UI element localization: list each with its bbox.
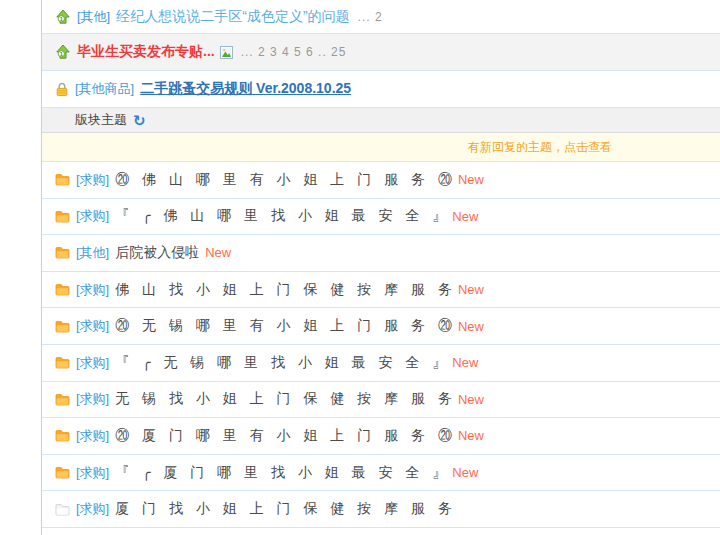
thread-row: [求购] 『 ╭ 佛 山 哪 里 找 小 姐 最 安 全 』 New <box>42 199 720 236</box>
refresh-icon[interactable]: ↻ <box>133 113 146 128</box>
thread-row: [求购] 无 锡 找 小 姐 上 门 保 健 按 摩 服 务 New <box>42 382 720 419</box>
new-badge[interactable]: New <box>458 392 484 407</box>
thread-tag-link[interactable]: [求购] <box>76 281 109 299</box>
folder-new-icon <box>55 246 70 259</box>
folder-new-icon <box>55 210 70 223</box>
pin-up-arrow-level1-icon: 1 <box>55 9 71 25</box>
new-badge[interactable]: New <box>452 355 478 370</box>
thread-row: [求购] 佛 山 找 小 姐 上 门 保 健 按 摩 服 务 New <box>42 272 720 309</box>
new-badge[interactable]: New <box>452 465 478 480</box>
svg-text:1: 1 <box>60 51 63 57</box>
folder-new-icon <box>55 356 70 369</box>
sticky-thread-row-2: 1 毕业生买卖发布专贴... ... 2 3 4 5 6 .. 25 <box>42 34 720 71</box>
thread-row: [求购] 厦 门 找 小 姐 上 门 保 健 按 摩 服 务 <box>42 491 720 528</box>
thread-title-link[interactable]: 『 ╭ 佛 山 哪 里 找 小 姐 最 安 全 』 <box>115 207 446 225</box>
image-attachment-icon <box>220 46 233 59</box>
folder-old-icon <box>55 503 70 516</box>
new-badge[interactable]: New <box>458 282 484 297</box>
thread-row: [求购] 『 ╭ 厦 门 哪 里 找 小 姐 最 安 全 』 New <box>42 455 720 492</box>
thread-title-link[interactable]: ⑳ 厦 门 哪 里 有 小 姐 上 门 服 务 ⑳ <box>115 427 452 445</box>
thread-row: [求购] ⑳ 佛 山 哪 里 有 小 姐 上 门 服 务 ⑳ New <box>42 162 720 199</box>
folder-new-icon <box>55 173 70 186</box>
thread-row: [求购] ⑳ 厦 门 哪 里 有 小 姐 上 门 服 务 ⑳ New <box>42 418 720 455</box>
folder-new-icon <box>55 429 70 442</box>
thread-title-link[interactable]: 『 ╭ 无 锡 哪 里 找 小 姐 最 安 全 』 <box>115 354 446 372</box>
rules-thread-title-link[interactable]: 二手跳蚤交易规则 Ver.2008.10.25 <box>140 80 351 98</box>
folder-new-icon <box>55 393 70 406</box>
thread-title-link[interactable]: 厦 门 找 小 姐 上 门 保 健 按 摩 服 务 <box>115 500 452 518</box>
thread-tag-link[interactable]: [求购] <box>76 500 109 518</box>
thread-tag-link[interactable]: [求购] <box>76 390 109 408</box>
sticky-thread-title-link[interactable]: 毕业生买卖发布专贴... <box>77 43 215 61</box>
thread-tag-link[interactable]: [求购] <box>76 317 109 335</box>
thread-title-link[interactable]: ⑳ 佛 山 哪 里 有 小 姐 上 门 服 务 ⑳ <box>115 171 452 189</box>
new-replies-link[interactable]: 有新回复的主题，点击查看 <box>468 139 612 156</box>
new-badge[interactable]: New <box>458 172 484 187</box>
thread-tag-link[interactable]: [求购] <box>76 427 109 445</box>
thread-tag-link[interactable]: [其他] <box>77 8 110 26</box>
thread-row: [其他] 后院被入侵啦 New <box>42 235 720 272</box>
thread-tag-link[interactable]: [其他] <box>76 244 109 262</box>
forum-thread-list: 1 [其他] 经纪人想说说二手区“成色定义”的问题 ... 2 1 毕业生买卖发… <box>41 0 720 535</box>
thread-row: [求购] 『 ╭ 无 锡 哪 里 找 小 姐 最 安 全 』 New <box>42 345 720 382</box>
thread-tag-link[interactable]: [其他商品] <box>75 80 134 98</box>
thread-title-link[interactable]: ⑳ 无 锡 哪 里 有 小 姐 上 门 服 务 ⑳ <box>115 317 452 335</box>
thread-tag-link[interactable]: [求购] <box>76 354 109 372</box>
thread-row: [求购] ⑳ 无 锡 哪 里 有 小 姐 上 门 服 务 ⑳ New <box>42 308 720 345</box>
section-header-label: 版块主题 <box>75 111 127 129</box>
thread-title-link[interactable]: 『 ╭ 厦 门 哪 里 找 小 姐 最 安 全 』 <box>115 464 446 482</box>
thread-title-link[interactable]: 无 锡 找 小 姐 上 门 保 健 按 摩 服 务 <box>115 390 452 408</box>
svg-text:1: 1 <box>60 15 63 21</box>
folder-new-icon <box>55 466 70 479</box>
new-badge[interactable]: New <box>205 245 231 260</box>
lock-icon <box>55 82 69 97</box>
sticky-thread-row-1: 1 [其他] 经纪人想说说二手区“成色定义”的问题 ... 2 <box>42 0 720 34</box>
thread-title-link[interactable]: 后院被入侵啦 <box>115 244 199 262</box>
section-header: 版块主题 ↻ <box>42 108 720 133</box>
sticky-thread-row-3: [其他商品] 二手跳蚤交易规则 Ver.2008.10.25 <box>42 71 720 108</box>
pin-up-arrow-level1-icon: 1 <box>55 44 71 60</box>
new-badge[interactable]: New <box>452 209 478 224</box>
new-badge[interactable]: New <box>458 319 484 334</box>
sticky-thread-title-link[interactable]: 经纪人想说说二手区“成色定义”的问题 <box>116 8 349 26</box>
new-badge[interactable]: New <box>458 428 484 443</box>
folder-new-icon <box>55 320 70 333</box>
thread-pagination[interactable]: ... 2 <box>358 10 383 24</box>
thread-tag-link[interactable]: [求购] <box>76 171 109 189</box>
thread-pagination[interactable]: ... 2 3 4 5 6 .. 25 <box>241 45 347 59</box>
folder-new-icon <box>55 283 70 296</box>
new-replies-notice-bar: 有新回复的主题，点击查看 <box>42 133 720 162</box>
thread-tag-link[interactable]: [求购] <box>76 464 109 482</box>
thread-tag-link[interactable]: [求购] <box>76 207 109 225</box>
thread-title-link[interactable]: 佛 山 找 小 姐 上 门 保 健 按 摩 服 务 <box>115 281 452 299</box>
